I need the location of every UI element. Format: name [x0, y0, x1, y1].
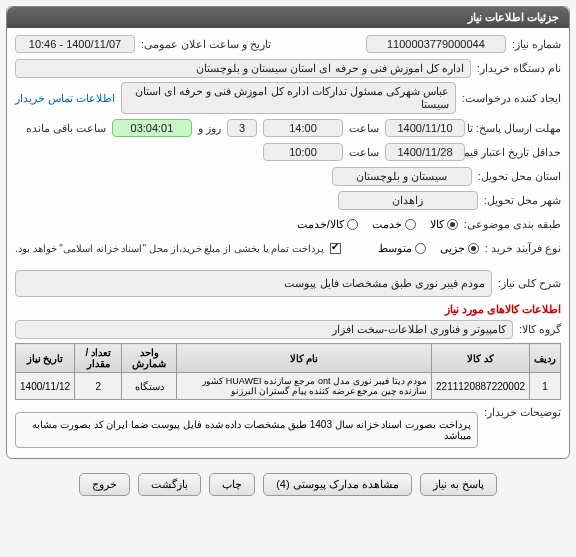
label-item-group: گروه کالا: [519, 323, 561, 336]
label-response-deadline: مهلت ارسال پاسخ: تا تاریخ: [471, 122, 561, 135]
label-buyer-org: نام دستگاه خریدار: [477, 62, 561, 75]
field-validity-time: 10:00 [263, 143, 343, 161]
contact-link[interactable]: اطلاعات تماس خریدار [15, 92, 115, 105]
items-section-title: اطلاعات کالاهای مورد نیاز [15, 303, 561, 316]
radio-medium-label: متوسط [378, 242, 412, 255]
label-city: شهر محل تحویل: [484, 194, 561, 207]
field-deadline-date: 1400/11/10 [385, 119, 465, 137]
th-code: کد کالا [432, 344, 530, 373]
th-date: تاریخ نیاز [16, 344, 75, 373]
radio-dot-icon [468, 243, 479, 254]
label-day-and: روز و [198, 122, 221, 135]
label-time-1: ساعت [349, 122, 379, 135]
print-button[interactable]: چاپ [209, 473, 255, 496]
table-row: 1 2211120887220002 مودم دیتا فیبر نوری م… [16, 373, 561, 400]
label-time-2: ساعت [349, 146, 379, 159]
table-header-row: ردیف کد کالا نام کالا واحد شمارش تعداد /… [16, 344, 561, 373]
attachments-button[interactable]: مشاهده مدارک پیوستی (4) [263, 473, 412, 496]
label-validity: حداقل تاریخ اعتبار قیمت: تا تاریخ: [471, 146, 561, 159]
field-buyer-notes: پرداخت بصورت اسناد خزانه سال 1403 طبق مش… [15, 412, 478, 448]
button-bar: پاسخ به نیاز مشاهده مدارک پیوستی (4) چاپ… [0, 465, 576, 504]
label-need-summary: شرح کلی نیاز: [498, 277, 561, 290]
radio-empty-icon [415, 243, 426, 254]
radio-medium[interactable]: متوسط [378, 242, 426, 255]
label-place: استان محل تحویل: [478, 170, 561, 183]
radio-service-label: خدمت [372, 218, 402, 231]
cell-qty: 2 [75, 373, 122, 400]
cell-row: 1 [530, 373, 561, 400]
field-place: سیستان و بلوچستان [332, 167, 472, 186]
payment-checkbox[interactable] [330, 243, 341, 254]
radio-partial[interactable]: جزیی [440, 242, 479, 255]
label-purchase-type: نوع فرآیند خرید : [485, 242, 561, 255]
label-category: طبقه بندی موضوعی: [464, 218, 561, 231]
radio-empty-icon [347, 219, 358, 230]
field-validity-date: 1400/11/28 [385, 143, 465, 161]
label-remaining: ساعت باقی مانده [26, 122, 106, 135]
radio-both[interactable]: کالا/خدمت [297, 218, 358, 231]
radio-dot-icon [447, 219, 458, 230]
cell-code: 2211120887220002 [432, 373, 530, 400]
label-requester: ایجاد کننده درخواست: [462, 92, 561, 105]
radio-goods[interactable]: کالا [430, 218, 458, 231]
field-announce-datetime: 1400/11/07 - 10:46 [15, 35, 135, 53]
th-qty: تعداد / مقدار [75, 344, 122, 373]
field-remaining-clock: 03:04:01 [112, 119, 192, 137]
category-radio-group: کالا خدمت کالا/خدمت [297, 218, 458, 231]
label-announce-datetime: تاریخ و ساعت اعلان عمومی: [141, 38, 271, 51]
field-deadline-time: 14:00 [263, 119, 343, 137]
cell-name: مودم دیتا فیبر نوری مدل ont مرجع سازنده … [177, 373, 432, 400]
payment-note: پرداخت تمام یا بخشی از مبلغ خرید،از محل … [15, 243, 324, 254]
field-item-group: کامپیوتر و فناوری اطلاعات-سخت افزار [15, 320, 513, 339]
respond-button[interactable]: پاسخ به نیاز [420, 473, 497, 496]
radio-partial-label: جزیی [440, 242, 465, 255]
radio-both-label: کالا/خدمت [297, 218, 344, 231]
radio-goods-label: کالا [430, 218, 444, 231]
label-need-number: شماره نیاز: [512, 38, 561, 51]
th-row: ردیف [530, 344, 561, 373]
field-city: زاهدان [338, 191, 478, 210]
radio-empty-icon [405, 219, 416, 230]
items-table: ردیف کد کالا نام کالا واحد شمارش تعداد /… [15, 343, 561, 400]
label-buyer-notes: توضیحات خریدار: [484, 406, 561, 419]
field-need-number: 1100003779000044 [366, 35, 506, 53]
field-requester: عباس شهرکی مسئول تدارکات اداره کل اموزش … [121, 82, 456, 114]
main-panel: جزئیات اطلاعات نیاز شماره نیاز: 11000037… [6, 6, 570, 459]
field-remaining-days: 3 [227, 119, 257, 137]
th-unit: واحد شمارش [122, 344, 177, 373]
cell-date: 1400/11/12 [16, 373, 75, 400]
back-button[interactable]: بازگشت [138, 473, 201, 496]
purchase-radio-group: جزیی متوسط [378, 242, 479, 255]
exit-button[interactable]: خروج [79, 473, 130, 496]
panel-title: جزئیات اطلاعات نیاز [7, 7, 569, 28]
field-need-summary: مودم فیبر نوری طبق مشخصات فایل پیوست [15, 270, 492, 297]
cell-unit: دستگاه [122, 373, 177, 400]
th-name: نام کالا [177, 344, 432, 373]
radio-service[interactable]: خدمت [372, 218, 416, 231]
field-buyer-org: اداره کل اموزش فنی و حرفه ای استان سیستا… [15, 59, 471, 78]
